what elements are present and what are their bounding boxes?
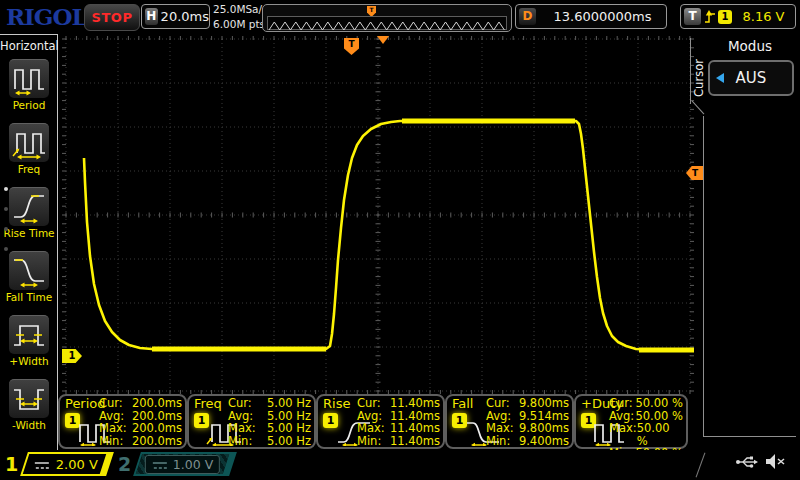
speaker-muted-icon [765,453,787,470]
measurement-panel-pos-duty[interactable]: +Duty 1 Cur:50.00 % Avg:50.00 % Max:50.0… [574,394,688,449]
stat-value: 11.40ms [390,422,440,435]
memory-waveform-svg [268,20,506,32]
stat-value: 5.00 Hz [267,422,311,435]
rise-time-icon [11,190,47,224]
channel1-button[interactable]: 1 2.00 V [5,452,110,476]
period-icon [11,62,47,96]
stat-key: Cur: [99,397,123,410]
dc-coupling-icon [152,459,168,469]
stat-value: 5.00 Hz [267,435,311,448]
stat-key: Max: [486,422,514,435]
sidebar-item-label: Period [0,99,58,111]
freq-button[interactable] [9,123,49,162]
stat-key: Max: [228,422,256,435]
sidebar-title: Horizontal [0,39,58,53]
channel1-number: 1 [5,453,18,475]
menu-page-dot [4,227,8,231]
stat-key: Min: [99,435,123,448]
stat-key: Cur: [228,397,252,410]
horizontal-timebase-box: H 20.0ms [141,4,210,29]
channel1-scale: 2.00 V [56,457,98,472]
channel2-scale: 1.00 V [173,457,213,472]
chevron-left-icon [716,73,724,83]
sidebar-item-rise-time[interactable]: Rise Time [0,187,58,239]
measurement-panel-fall[interactable]: Fall 1 Cur:9.800ms Avg:9.514ms Max:9.800… [445,394,574,449]
measurement-panel-freq[interactable]: Freq 1 Cur:5.00 Hz Avg:5.00 Hz Max:5.00 … [187,394,316,449]
measurement-label: Rise [323,396,350,411]
waveform-display-area [62,36,694,394]
stat-value: 9.400ms [519,435,569,448]
dc-coupling-icon [34,459,50,469]
trigger-source-badge: 1 [718,10,732,24]
memory-depth: 6.00M pts [213,17,268,32]
menu-border [703,116,704,436]
sidebar-item-label: +Width [0,355,58,367]
acquisition-info: 25.0MSa/s 6.00M pts [213,2,268,32]
sidebar-item-freq[interactable]: Freq [0,123,58,175]
neg-width-button[interactable] [9,379,49,418]
trigger-delay-box: D 13.6000000ms [515,4,667,29]
stat-value: 11.40ms [390,435,440,448]
menu-border [690,38,691,104]
trigger-badge: T [684,8,701,25]
run-state-indicator: STOP [84,4,140,31]
tab-cursor[interactable]: Cursor [692,56,704,100]
menu-page-dot [4,247,8,251]
memory-waveform-window [267,16,507,30]
sidebar-item-label: -Width [0,419,58,431]
delay-value: 13.6000000ms [539,9,666,24]
stat-value: 200.0ms [132,435,182,448]
sidebar-item-fall-time[interactable]: Fall Time [0,251,58,303]
sidebar-item-pos-width[interactable]: +Width [0,315,58,367]
stat-key: Cur: [357,397,381,410]
stat-value: 11.40ms [390,397,440,410]
sidebar-item-label: Fall Time [0,291,58,303]
neg-width-icon [11,382,47,416]
measurement-label: Freq [194,396,222,411]
measurement-label: Fall [452,396,473,411]
channel2-scale-box: 1.00 V [133,452,237,476]
cursor-mode-value: AUS [736,69,767,87]
sidebar-item-label: Rise Time [0,227,58,239]
rigol-logo: RIGOL [6,3,87,30]
delay-badge: D [519,8,536,25]
cursor-mode-button[interactable]: AUS [708,60,794,96]
channel-status-bar: 1 2.00 V 2 1.00 V [0,450,800,480]
channel1-scale-box: 2.00 V [20,452,114,476]
stat-value: 50.00 % [637,422,683,447]
stat-key: Cur: [486,397,510,410]
stat-key: Min: [486,435,510,448]
menu-header-modus: Modus [708,38,792,54]
stat-key: Max: [99,422,127,435]
freq-icon [11,126,47,160]
h-badge: H [145,8,158,25]
menu-page-dot [4,207,8,211]
stat-value: 9.800ms [519,397,569,410]
menu-page-dot [4,187,8,191]
stat-key: Max: [609,422,637,447]
stat-key: Max: [357,422,385,435]
channel2-button[interactable]: 2 1.00 V [118,452,233,476]
pos-width-button[interactable] [9,315,49,354]
graticule-svg [62,36,694,394]
pos-width-icon [11,318,47,352]
trigger-level-value: 8.16 V [732,9,795,24]
horizontal-measure-menu: Horizontal Period F [0,34,58,450]
period-button[interactable] [9,59,49,98]
sidebar-item-label: Freq [0,163,58,175]
measurement-panel-period[interactable]: Period 1 Cur:200.0ms Avg:200.0ms Max:200… [58,394,187,449]
stat-key: Cur: [609,397,633,410]
measurement-panel-rise[interactable]: Rise 1 Cur:11.40ms Avg:11.40ms Max:11.40… [316,394,445,449]
sidebar-item-period[interactable]: Period [0,59,58,111]
usb-icon [735,455,759,469]
rise-time-button[interactable] [9,187,49,226]
sample-rate: 25.0MSa/s [213,2,268,17]
stat-value: 50.00 % [635,397,683,410]
ch1-trace [84,121,694,350]
channel2-number: 2 [118,453,131,475]
memory-position-bar[interactable]: T [262,4,512,32]
fall-time-button[interactable] [9,251,49,290]
fall-time-icon [11,254,47,288]
stat-key: Min: [357,435,381,448]
sidebar-item-neg-width[interactable]: -Width [0,379,58,431]
